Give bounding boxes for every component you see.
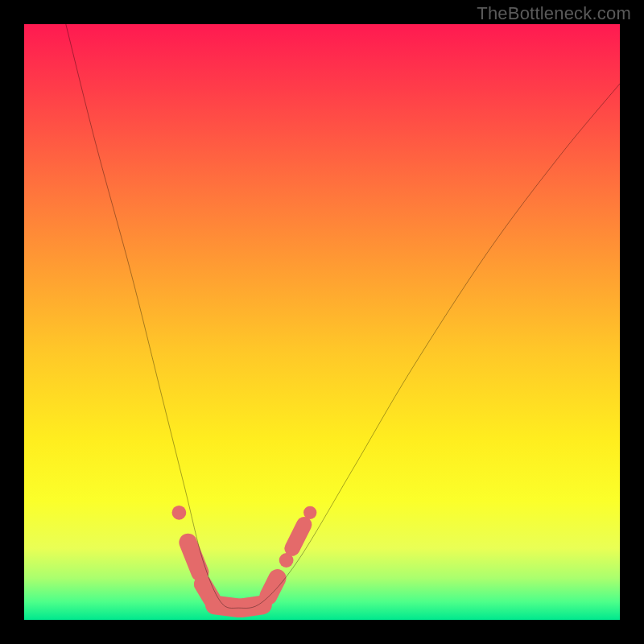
curve-layer [24,24,620,620]
chart-stage: TheBottleneck.com [0,0,644,644]
bottleneck-curve [66,24,620,608]
watermark-text: TheBottleneck.com [477,3,631,24]
